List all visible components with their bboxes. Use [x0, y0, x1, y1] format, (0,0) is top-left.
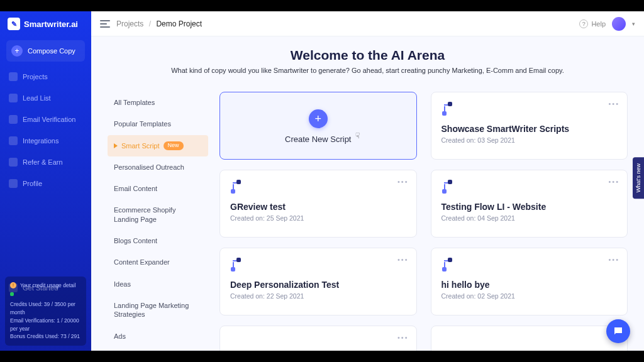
- script-card[interactable]: ••• GReview test Created on: 25 Sep 2021: [219, 170, 417, 238]
- sidebar-item-label: Integrations: [23, 137, 58, 145]
- card-title: Deep Personalization Test: [230, 280, 406, 290]
- script-icon: [230, 180, 243, 193]
- main: Projects / Demo Project ? Help ▾ Welcome…: [91, 11, 644, 351]
- script-icon: [441, 258, 454, 271]
- plus-icon: +: [11, 45, 23, 57]
- card-title: GReview test: [230, 202, 406, 212]
- create-script-card[interactable]: + Create New Script ☟: [219, 92, 417, 160]
- projects-icon: [9, 72, 18, 81]
- card-title: hi hello bye: [441, 280, 618, 290]
- sidebar-item-emailverification[interactable]: Email Verification: [4, 109, 87, 129]
- template-item[interactable]: Social Media Content: [108, 347, 208, 351]
- play-icon: [114, 143, 118, 148]
- brand: ✎ Smartwriter.ai: [0, 11, 91, 38]
- card-created: Created on: 04 Sep 2021: [441, 214, 618, 222]
- page-title: Welcome to the AI Arena: [108, 48, 628, 63]
- refer-icon: [9, 158, 18, 167]
- script-card[interactable]: •••: [431, 326, 628, 351]
- credit-usage-box: ! Your credit usage detail Credits Used:…: [5, 277, 86, 346]
- sidebar-item-label: Refer & Earn: [23, 158, 63, 166]
- breadcrumb-sep: /: [149, 19, 151, 28]
- nav-list: Projects Lead List Email Verification In…: [0, 67, 91, 194]
- cards-grid: + Create New Script ☟ ••• Showcase Smart…: [219, 92, 628, 351]
- script-icon: [230, 258, 243, 271]
- card-title: Showcase SmartWriter Scripts: [441, 124, 618, 134]
- template-item[interactable]: Landing Page Marketing Strategies: [108, 295, 208, 326]
- template-list: All Templates Popular Templates Smart Sc…: [108, 92, 208, 351]
- script-icon: [441, 102, 454, 115]
- script-icon: [441, 180, 454, 193]
- integrations-icon: [9, 136, 18, 145]
- menu-toggle-icon[interactable]: [100, 20, 110, 28]
- help-button[interactable]: ? Help: [579, 19, 606, 28]
- leadlist-icon: [9, 94, 18, 102]
- card-created: Created on: 02 Sep 2021: [441, 292, 618, 300]
- sidebar-item-leadlist[interactable]: Lead List: [4, 88, 87, 108]
- sidebar-item-label: Lead List: [23, 94, 51, 102]
- credit-line: Bonus Credits Used: 73 / 291: [10, 332, 81, 341]
- help-icon: ?: [579, 19, 588, 28]
- new-badge: New: [164, 141, 184, 150]
- sidebar-item-label: Projects: [23, 73, 48, 80]
- brand-logo-icon: ✎: [8, 18, 20, 30]
- sidebar-item-profile[interactable]: Profile: [4, 173, 87, 194]
- brand-name: Smartwriter.ai: [24, 19, 78, 29]
- script-card[interactable]: ••• Testing Flow LI - Website Created on…: [431, 170, 628, 238]
- template-item[interactable]: Email Content: [108, 178, 208, 199]
- chat-icon: [613, 326, 624, 337]
- warning-icon: !: [10, 282, 16, 288]
- script-card[interactable]: ••• Showcase SmartWriter Scripts Created…: [431, 92, 628, 160]
- template-label: Smart Script: [121, 141, 160, 150]
- card-created: Created on: 03 Sep 2021: [441, 136, 618, 144]
- template-item[interactable]: Ideas: [108, 273, 208, 295]
- topbar: Projects / Demo Project ? Help ▾: [91, 11, 644, 36]
- template-item[interactable]: Popular Templates: [108, 113, 208, 134]
- more-icon[interactable]: •••: [608, 178, 619, 185]
- card-created: Created on: 22 Sep 2021: [230, 292, 406, 300]
- template-item[interactable]: Ecommerce Shopify Landing Page: [108, 199, 208, 230]
- script-card[interactable]: ••• hi hello bye Created on: 02 Sep 2021: [431, 248, 628, 315]
- more-icon[interactable]: •••: [397, 334, 409, 341]
- help-label: Help: [591, 20, 606, 28]
- credit-line: Credits Used: 39 / 3500 per month: [10, 300, 81, 317]
- sidebar-item-label: Profile: [23, 180, 42, 187]
- cursor-icon: ☟: [355, 131, 360, 140]
- sidebar-item-integrations[interactable]: Integrations: [4, 131, 87, 151]
- more-icon[interactable]: •••: [608, 100, 619, 107]
- page-subtitle: What kind of copy would you like Smartwr…: [108, 67, 628, 74]
- card-created: Created on: 25 Sep 2021: [230, 214, 406, 222]
- emailverify-icon: [9, 115, 18, 124]
- sidebar-item-refer[interactable]: Refer & Earn: [4, 152, 87, 172]
- sidebar: ✎ Smartwriter.ai + Compose Copy Projects…: [0, 11, 91, 351]
- credit-title: Your credit usage detail: [20, 282, 76, 290]
- template-item[interactable]: Content Expander: [108, 251, 208, 273]
- compose-copy-button[interactable]: + Compose Copy: [6, 40, 85, 62]
- credit-line: Email Verifications: 1 / 20000 per year: [10, 317, 81, 333]
- create-label: Create New Script: [285, 134, 351, 144]
- script-card[interactable]: ••• Deep Personalization Test Created on…: [219, 248, 417, 315]
- sidebar-item-projects[interactable]: Projects: [4, 67, 87, 87]
- profile-icon: [9, 179, 18, 188]
- more-icon[interactable]: •••: [608, 256, 619, 263]
- content: Welcome to the AI Arena What kind of cop…: [91, 36, 644, 351]
- template-item[interactable]: Personalised Outreach: [108, 156, 208, 178]
- plus-circle-icon: +: [309, 109, 328, 128]
- template-item[interactable]: Ads: [108, 326, 208, 347]
- chat-fab[interactable]: [606, 319, 630, 343]
- card-title: Testing Flow LI - Website: [441, 202, 618, 212]
- template-item[interactable]: Blogs Content: [108, 230, 208, 251]
- template-item[interactable]: All Templates: [108, 92, 208, 113]
- chevron-down-icon[interactable]: ▾: [632, 21, 635, 27]
- avatar[interactable]: [612, 17, 626, 31]
- whats-new-tab[interactable]: What's new: [633, 157, 644, 199]
- more-icon[interactable]: •••: [397, 178, 409, 185]
- compose-label: Compose Copy: [28, 47, 75, 55]
- sidebar-item-label: Email Verification: [23, 116, 75, 123]
- breadcrumb-root[interactable]: Projects: [116, 19, 143, 28]
- more-icon[interactable]: •••: [397, 256, 409, 263]
- breadcrumb-current: Demo Project: [156, 19, 202, 28]
- script-card[interactable]: •••: [219, 326, 417, 351]
- breadcrumb: Projects / Demo Project: [116, 19, 202, 28]
- status-dot-icon: [10, 292, 14, 296]
- template-item-active[interactable]: Smart Script New: [108, 135, 208, 156]
